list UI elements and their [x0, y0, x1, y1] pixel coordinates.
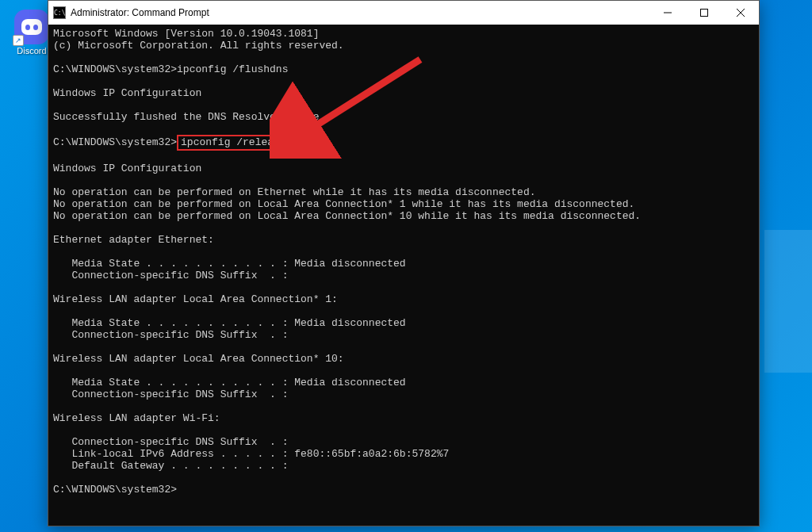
terminal-line: Windows IP Configuration	[53, 87, 201, 99]
terminal-line: Media State . . . . . . . . . . . : Medi…	[53, 317, 406, 329]
window-controls	[649, 1, 759, 25]
terminal-line: Wireless LAN adapter Wi-Fi:	[53, 412, 220, 424]
terminal-prompt: C:\WINDOWS\system32>	[53, 63, 177, 75]
close-icon	[737, 9, 745, 17]
terminal-line: Ethernet adapter Ethernet:	[53, 234, 214, 246]
terminal-line: No operation can be performed on Local A…	[53, 210, 641, 222]
titlebar[interactable]: C:\ Administrator: Command Prompt	[48, 1, 759, 25]
minimize-icon	[664, 9, 672, 17]
terminal-line: Connection-specific DNS Suffix . :	[53, 436, 288, 448]
terminal-line: Link-local IPv6 Address . . . . . : fe80…	[53, 448, 449, 460]
maximize-icon	[700, 9, 708, 17]
discord-icon: ↗	[14, 10, 49, 44]
terminal-line: Windows IP Configuration	[53, 163, 201, 174]
terminal-line: Microsoft Windows [Version 10.0.19043.10…	[53, 28, 319, 40]
terminal-line: Media State . . . . . . . . . . . : Medi…	[53, 377, 406, 388]
svg-rect-1	[701, 10, 708, 17]
terminal-line: Default Gateway . . . . . . . . . :	[53, 460, 288, 472]
terminal-line: No operation can be performed on Etherne…	[53, 186, 536, 198]
cmd-icon: C:\	[53, 6, 66, 19]
maximize-button[interactable]	[686, 1, 722, 25]
terminal-command: ipconfig /flushdns	[177, 63, 288, 75]
terminal-line: Successfully flushed the DNS Resolver Ca…	[53, 111, 325, 123]
highlighted-command: ipconfig /release	[177, 135, 290, 151]
minimize-button[interactable]	[649, 1, 686, 25]
terminal-line: Connection-specific DNS Suffix . :	[53, 388, 288, 400]
terminal-line: Connection-specific DNS Suffix . :	[53, 270, 288, 281]
terminal-prompt: C:\WINDOWS\system32>	[53, 484, 177, 496]
terminal-output[interactable]: Microsoft Windows [Version 10.0.19043.10…	[48, 25, 759, 526]
close-button[interactable]	[722, 1, 759, 25]
shortcut-arrow-icon: ↗	[13, 35, 24, 46]
command-prompt-window: C:\ Administrator: Command Prompt Micros…	[48, 0, 760, 526]
terminal-line: No operation can be performed on Local A…	[53, 198, 634, 210]
terminal-line: (c) Microsoft Corporation. All rights re…	[53, 40, 344, 52]
terminal-prompt: C:\WINDOWS\system32>	[53, 136, 177, 148]
terminal-line: Connection-specific DNS Suffix . :	[53, 329, 288, 341]
terminal-line: Wireless LAN adapter Local Area Connecti…	[53, 293, 338, 305]
window-title: Administrator: Command Prompt	[71, 7, 649, 18]
wallpaper-highlight	[764, 230, 812, 373]
terminal-line: Wireless LAN adapter Local Area Connecti…	[53, 353, 344, 365]
terminal-line: Media State . . . . . . . . . . . : Medi…	[53, 258, 406, 270]
